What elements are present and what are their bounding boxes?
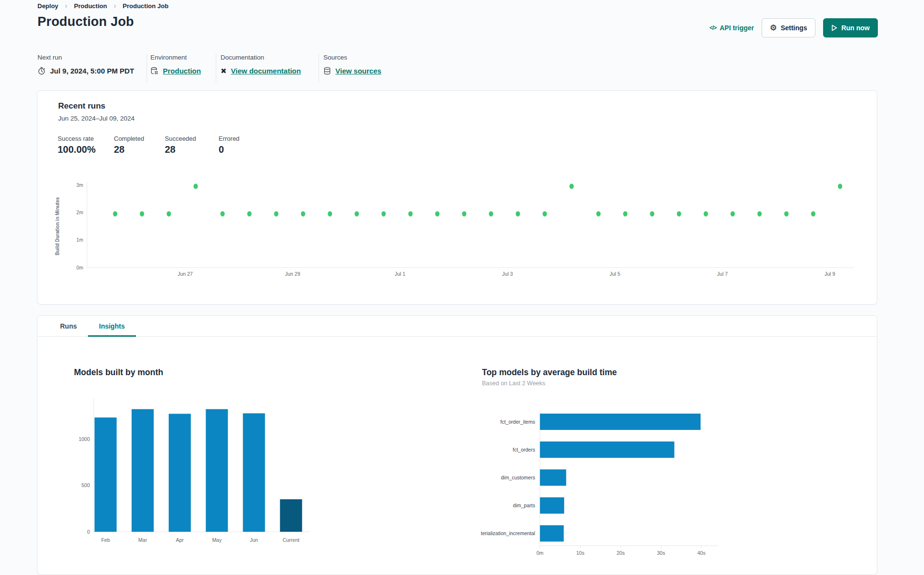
svg-text:Jun 27: Jun 27 — [178, 271, 193, 277]
svg-text:20s: 20s — [616, 550, 625, 556]
svg-text:May: May — [212, 537, 222, 543]
next-run-label: Next run — [37, 54, 134, 61]
insights-card: Runs Insights Models built by month 0500… — [37, 315, 877, 575]
tab-runs[interactable]: Runs — [49, 316, 88, 336]
build-duration-scatter-chart: 0m1m2m3mJun 27Jun 29Jul 1Jul 3Jul 5Jul 7… — [47, 178, 868, 290]
recent-runs-card: Recent runs Jun 25, 2024–Jul 09, 2024 Su… — [37, 90, 877, 305]
svg-text:Jun: Jun — [250, 537, 258, 543]
stat-succeeded: Succeeded 28 — [165, 135, 219, 155]
settings-button[interactable]: ⚙ Settings — [762, 18, 815, 37]
run-now-label: Run now — [841, 24, 870, 32]
sources-info: Sources View sources — [323, 54, 382, 75]
svg-text:3m: 3m — [76, 183, 83, 188]
divider — [319, 54, 319, 83]
top-models-title: Top models by average build time — [482, 367, 617, 378]
api-trigger-label: API trigger — [720, 24, 754, 32]
environment-link[interactable]: Production — [163, 67, 201, 75]
svg-text:0m: 0m — [76, 265, 83, 270]
svg-text:materialization_incremental: materialization_incremental — [481, 530, 535, 536]
documentation-info: Documentation ✖ View documentation — [221, 54, 301, 75]
next-run-value: Jul 9, 2024, 5:00 PM PDT — [50, 67, 134, 75]
page-title: Production Job — [37, 14, 134, 29]
tab-insights[interactable]: Insights — [88, 316, 136, 336]
svg-text:fct_orders: fct_orders — [513, 447, 535, 453]
play-icon — [831, 24, 838, 31]
divider — [216, 54, 216, 83]
svg-text:dim_parts: dim_parts — [513, 502, 535, 508]
svg-text:1m: 1m — [76, 237, 83, 243]
dbt-docs-icon: ✖ — [221, 67, 227, 74]
code-icon: </> — [709, 24, 716, 31]
recent-runs-stats: Success rate 100.00% Completed 28 Succee… — [58, 135, 262, 155]
stat-errored: Errored 0 — [219, 135, 262, 155]
run-now-button[interactable]: Run now — [823, 18, 878, 37]
breadcrumb-item-production[interactable]: Production — [74, 2, 107, 10]
svg-text:0m: 0m — [536, 550, 543, 556]
job-info-row: Next run Jul 9, 2024, 5:00 PM PDT Enviro… — [0, 54, 924, 84]
svg-text:30s: 30s — [657, 550, 665, 556]
chevron-right-icon: › — [114, 2, 116, 10]
divider — [147, 54, 147, 83]
header-actions: </> API trigger ⚙ Settings Run now — [709, 18, 878, 37]
svg-text:Jun 29: Jun 29 — [285, 271, 300, 277]
svg-text:10s: 10s — [576, 550, 584, 556]
recent-runs-date-range: Jun 25, 2024–Jul 09, 2024 — [58, 115, 135, 122]
tab-bar: Runs Insights — [37, 316, 877, 337]
breadcrumb-item-production-job: Production Job — [123, 2, 168, 10]
svg-text:500: 500 — [81, 482, 90, 488]
environment-info: Environment Production — [150, 54, 201, 75]
api-trigger-link[interactable]: </> API trigger — [709, 24, 754, 32]
svg-text:fct_order_items: fct_order_items — [500, 419, 535, 425]
svg-text:2m: 2m — [76, 210, 83, 215]
models-by-month-chart: 05001000FebMarAprMayJunCurrent — [73, 394, 409, 551]
documentation-label: Documentation — [221, 54, 301, 61]
recent-runs-title: Recent runs — [58, 101, 105, 111]
svg-text:Jul 1: Jul 1 — [395, 271, 406, 277]
settings-label: Settings — [781, 24, 807, 32]
gear-icon: ⚙ — [770, 24, 776, 32]
environment-label: Environment — [150, 54, 201, 61]
svg-text:40s: 40s — [697, 550, 705, 556]
top-models-chart: 0m10s20s30s40sfct_order_itemsfct_ordersd… — [481, 406, 760, 565]
next-run-info: Next run Jul 9, 2024, 5:00 PM PDT — [37, 54, 134, 75]
svg-text:Build Duration in Minutes: Build Duration in Minutes — [55, 197, 60, 256]
production-job-page: Deploy › Production › Production Job Pro… — [0, 0, 924, 575]
stopwatch-icon — [37, 67, 46, 75]
breadcrumb: Deploy › Production › Production Job — [37, 2, 169, 10]
models-by-month-title: Models built by month — [74, 367, 163, 378]
database-icon — [323, 67, 331, 75]
svg-text:1000: 1000 — [79, 436, 90, 442]
view-sources-link[interactable]: View sources — [335, 67, 382, 75]
svg-text:Apr: Apr — [176, 537, 184, 543]
svg-text:Jul 9: Jul 9 — [825, 271, 835, 277]
top-models-subtitle: Based on Last 2 Weeks — [482, 380, 545, 387]
stat-completed: Completed 28 — [114, 135, 165, 155]
svg-text:Jul 7: Jul 7 — [717, 271, 727, 277]
svg-text:Mar: Mar — [138, 537, 148, 543]
chevron-right-icon: › — [65, 2, 67, 10]
breadcrumb-item-deploy[interactable]: Deploy — [37, 2, 58, 10]
svg-text:Jul 5: Jul 5 — [610, 271, 620, 277]
environment-icon — [150, 67, 159, 75]
sources-label: Sources — [323, 54, 382, 61]
svg-text:dim_customers: dim_customers — [501, 475, 535, 480]
svg-text:Jul 3: Jul 3 — [502, 271, 513, 277]
svg-text:Current: Current — [283, 537, 299, 543]
svg-text:Feb: Feb — [101, 537, 110, 543]
view-documentation-link[interactable]: View documentation — [231, 67, 301, 75]
svg-text:0: 0 — [87, 529, 90, 535]
stat-success-rate: Success rate 100.00% — [58, 135, 114, 155]
